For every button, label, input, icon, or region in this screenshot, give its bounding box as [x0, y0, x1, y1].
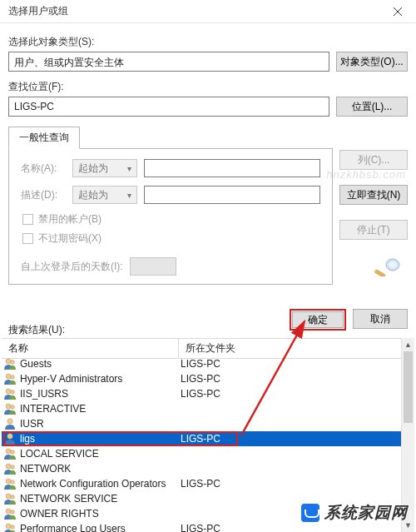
- row-name: OWNER RIGHTS: [18, 508, 179, 520]
- svg-point-13: [7, 419, 12, 424]
- row-name: INTERACTIVE: [18, 403, 179, 415]
- cancel-button[interactable]: 取消: [353, 309, 408, 329]
- row-folder: LIGS-PC: [179, 388, 401, 400]
- user-icon: [2, 432, 18, 445]
- row-folder: LIGS-PC: [179, 358, 401, 370]
- group-icon: [2, 492, 18, 505]
- row-name: LOCAL SERVICE: [18, 448, 179, 460]
- row-name: Performance Log Users: [18, 523, 179, 532]
- svg-point-11: [6, 404, 11, 409]
- last-logon-label: 自上次登录后的天数(I):: [21, 260, 123, 274]
- tab-general-query[interactable]: 一般性查询: [8, 127, 80, 149]
- svg-point-12: [11, 405, 15, 410]
- table-row[interactable]: NETWORK: [2, 461, 401, 476]
- svg-point-10: [11, 390, 15, 395]
- last-logon-days-input[interactable]: [130, 257, 176, 276]
- desc-mode-combo[interactable]: 起始为▾: [72, 186, 137, 204]
- disabled-accounts-checkbox[interactable]: 禁用的帐户(B): [22, 212, 320, 226]
- results-label: 搜索结果(U):: [8, 323, 65, 337]
- object-type-field[interactable]: 用户、组或内置安全主体: [8, 52, 329, 72]
- svg-point-9: [6, 389, 11, 394]
- no-expire-pwd-checkbox[interactable]: 不过期密码(X): [22, 231, 320, 246]
- row-name: NETWORK: [18, 463, 179, 475]
- location-field[interactable]: LIGS-PC: [8, 97, 329, 117]
- svg-point-6: [11, 360, 15, 365]
- columns-button[interactable]: 列(C)...: [339, 150, 408, 170]
- table-row[interactable]: INTERACTIVE: [2, 401, 401, 416]
- close-button[interactable]: [379, 0, 416, 23]
- column-header-folder[interactable]: 所在文件夹: [179, 339, 414, 358]
- group-icon: [2, 507, 18, 520]
- user-icon: [2, 417, 18, 430]
- checkbox-icon: [22, 233, 33, 244]
- chevron-down-icon: ▾: [127, 164, 131, 173]
- annotation-highlight: 确定: [290, 309, 346, 331]
- svg-point-4: [389, 261, 397, 268]
- name-field-label: 名称(A):: [21, 162, 66, 176]
- row-folder: LIGS-PC: [179, 373, 401, 385]
- desc-mode-value: 起始为: [78, 188, 108, 202]
- svg-point-23: [6, 509, 11, 514]
- grid-rows: GuestsLIGS-PCHyper-V AdministratorsLIGS-…: [2, 356, 401, 532]
- name-mode-value: 起始为: [78, 162, 108, 176]
- results-grid: 名称 所在文件夹 ▲ ▼ GuestsLIGS-PCHyper-V Admini…: [2, 338, 414, 532]
- row-folder: LIGS-PC: [179, 478, 401, 490]
- group-icon: [2, 387, 18, 400]
- svg-point-15: [6, 449, 11, 454]
- window-title: 选择用户或组: [8, 4, 379, 18]
- table-row[interactable]: ligsLIGS-PC: [2, 431, 401, 446]
- svg-point-16: [11, 450, 15, 455]
- row-name: IIS_IUSRS: [18, 388, 179, 400]
- table-row[interactable]: IUSR: [2, 416, 401, 431]
- vertical-scrollbar[interactable]: ▲ ▼: [401, 338, 414, 532]
- desc-field-label: 描述(D):: [21, 188, 66, 202]
- tab-strip: 一般性查询: [8, 127, 408, 148]
- object-types-button[interactable]: 对象类型(O)...: [336, 52, 408, 72]
- no-expire-pwd-label: 不过期密码(X): [38, 231, 102, 246]
- group-icon: [2, 447, 18, 460]
- svg-point-18: [11, 465, 15, 470]
- svg-point-5: [6, 359, 11, 364]
- scroll-up-icon: ▲: [404, 338, 412, 351]
- find-now-button[interactable]: 立即查找(N): [339, 185, 408, 205]
- table-row[interactable]: NETWORK SERVICE: [2, 491, 401, 506]
- desc-input[interactable]: [144, 186, 320, 204]
- close-icon: [394, 7, 402, 16]
- svg-point-14: [7, 434, 12, 439]
- svg-point-22: [11, 495, 15, 500]
- row-name: Network Configuration Operators: [18, 478, 179, 490]
- scroll-track: [402, 351, 414, 519]
- row-name: Guests: [18, 358, 179, 370]
- row-name: NETWORK SERVICE: [18, 493, 179, 505]
- table-row[interactable]: OWNER RIGHTS: [2, 506, 401, 521]
- query-panel: 名称(A): 起始为▾ 描述(D): 起始为▾ 禁用的帐户(B) 不过期密码(X…: [8, 148, 333, 285]
- row-name: ligs: [18, 433, 179, 445]
- table-row[interactable]: Performance Log UsersLIGS-PC: [2, 521, 401, 532]
- name-input[interactable]: [144, 159, 320, 177]
- svg-point-17: [6, 464, 11, 469]
- svg-point-24: [11, 510, 15, 515]
- stop-button[interactable]: 停止(T): [339, 220, 408, 240]
- locations-button[interactable]: 位置(L)...: [336, 97, 408, 117]
- group-icon: [2, 372, 18, 385]
- table-row[interactable]: LOCAL SERVICE: [2, 446, 401, 461]
- scroll-down-icon: ▼: [404, 519, 412, 532]
- svg-point-26: [11, 525, 15, 530]
- row-name: Hyper-V Administrators: [18, 373, 179, 385]
- table-row[interactable]: IIS_IUSRSLIGS-PC: [2, 386, 401, 401]
- group-icon: [2, 522, 18, 532]
- column-header-name[interactable]: 名称: [2, 339, 179, 358]
- row-folder: LIGS-PC: [179, 523, 401, 532]
- name-mode-combo[interactable]: 起始为▾: [72, 159, 137, 177]
- row-name: IUSR: [18, 418, 179, 430]
- group-icon: [2, 462, 18, 475]
- group-icon: [2, 357, 18, 370]
- scroll-thumb[interactable]: [404, 351, 413, 423]
- table-row[interactable]: Hyper-V AdministratorsLIGS-PC: [2, 371, 401, 386]
- svg-point-7: [6, 374, 11, 379]
- ok-button[interactable]: 确定: [292, 311, 344, 328]
- table-row[interactable]: Network Configuration OperatorsLIGS-PC: [2, 476, 401, 491]
- chevron-down-icon: ▾: [127, 191, 131, 200]
- svg-rect-3: [374, 269, 386, 276]
- table-row[interactable]: GuestsLIGS-PC: [2, 356, 401, 371]
